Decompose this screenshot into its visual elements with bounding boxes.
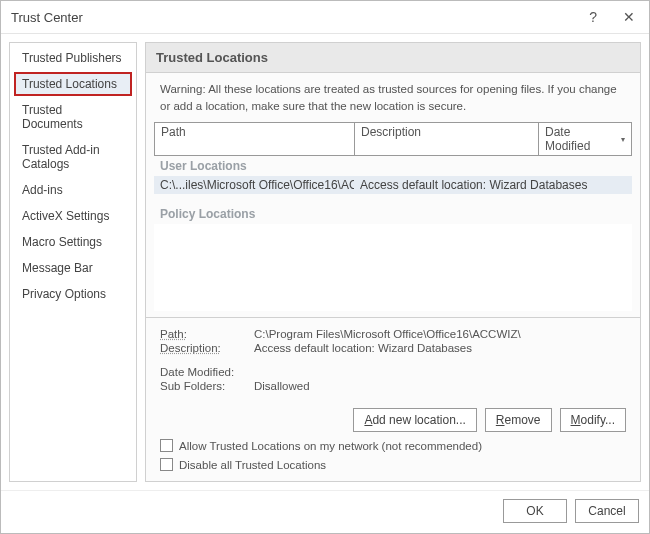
cancel-button[interactable]: Cancel: [575, 499, 639, 523]
detail-label-sub-folders: Sub Folders:: [160, 380, 238, 392]
sidebar: Trusted Publishers Trusted Locations Tru…: [9, 42, 137, 482]
sidebar-item-privacy-options[interactable]: Privacy Options: [14, 282, 132, 306]
sidebar-item-trusted-publishers[interactable]: Trusted Publishers: [14, 46, 132, 70]
main-panel: Trusted Locations Warning: All these loc…: [145, 42, 641, 482]
sidebar-item-label: Message Bar: [22, 261, 93, 275]
detail-value-path: C:\Program Files\Microsoft Office\Office…: [254, 328, 626, 340]
allow-network-checkbox-row[interactable]: Allow Trusted Locations on my network (n…: [146, 436, 640, 455]
disable-all-checkbox[interactable]: [160, 458, 173, 471]
sidebar-item-label: Privacy Options: [22, 287, 106, 301]
sidebar-item-label: Macro Settings: [22, 235, 102, 249]
titlebar: Trust Center ? ✕: [1, 1, 649, 34]
column-headers: Path Description Date Modified ▾: [154, 122, 632, 156]
window-controls: ? ✕: [585, 7, 639, 27]
sidebar-item-message-bar[interactable]: Message Bar: [14, 256, 132, 280]
disable-all-checkbox-row[interactable]: Disable all Trusted Locations: [146, 455, 640, 481]
allow-network-checkbox[interactable]: [160, 439, 173, 452]
window-title: Trust Center: [11, 10, 83, 25]
disable-all-label: Disable all Trusted Locations: [179, 459, 326, 471]
sidebar-item-label: Trusted Locations: [22, 77, 117, 91]
add-new-location-button[interactable]: Add new location...: [353, 408, 476, 432]
modify-button[interactable]: Modify...: [560, 408, 626, 432]
row-description: Access default location: Wizard Database…: [354, 176, 632, 194]
sidebar-item-label: ActiveX Settings: [22, 209, 109, 223]
chevron-down-icon: ▾: [621, 135, 625, 144]
dialog-body: Trusted Publishers Trusted Locations Tru…: [1, 34, 649, 490]
detail-value-sub-folders: Disallowed: [254, 380, 626, 392]
row-path: C:\...iles\Microsoft Office\Office16\ACC…: [154, 176, 354, 194]
sidebar-item-label: Add-ins: [22, 183, 63, 197]
sidebar-item-label: Trusted Publishers: [22, 51, 122, 65]
sidebar-item-label: Trusted Add-in Catalogs: [22, 143, 100, 171]
column-header-date-label: Date Modified: [545, 125, 617, 153]
sidebar-item-activex-settings[interactable]: ActiveX Settings: [14, 204, 132, 228]
help-icon[interactable]: ?: [585, 7, 601, 27]
panel-heading: Trusted Locations: [146, 43, 640, 73]
sidebar-item-trusted-documents[interactable]: Trusted Documents: [14, 98, 132, 136]
detail-label-path: Path:: [160, 328, 238, 340]
column-header-description[interactable]: Description: [355, 123, 539, 155]
column-header-path[interactable]: Path: [155, 123, 355, 155]
locations-list-area: [154, 224, 632, 311]
sidebar-item-addins[interactable]: Add-ins: [14, 178, 132, 202]
remove-button[interactable]: Remove: [485, 408, 552, 432]
action-buttons: Add new location... Remove Modify...: [146, 402, 640, 436]
detail-value-date-modified: [254, 366, 626, 378]
sidebar-item-trusted-locations[interactable]: Trusted Locations: [14, 72, 132, 96]
column-header-date-modified[interactable]: Date Modified ▾: [539, 123, 631, 155]
locations-table: Path Description Date Modified ▾: [154, 122, 632, 156]
sidebar-item-trusted-addin-catalogs[interactable]: Trusted Add-in Catalogs: [14, 138, 132, 176]
warning-text: Warning: All these locations are treated…: [146, 73, 640, 122]
detail-label-description: Description:: [160, 342, 238, 354]
close-icon[interactable]: ✕: [619, 7, 639, 27]
table-row[interactable]: C:\...iles\Microsoft Office\Office16\ACC…: [154, 176, 632, 194]
ok-button[interactable]: OK: [503, 499, 567, 523]
allow-network-label: Allow Trusted Locations on my network (n…: [179, 440, 482, 452]
section-policy-locations: Policy Locations: [154, 204, 632, 224]
detail-label-date-modified: Date Modified:: [160, 366, 238, 378]
detail-value-description: Access default location: Wizard Database…: [254, 342, 626, 354]
location-details: Path: C:\Program Files\Microsoft Office\…: [146, 317, 640, 402]
sidebar-item-macro-settings[interactable]: Macro Settings: [14, 230, 132, 254]
section-user-locations: User Locations: [154, 156, 632, 176]
sidebar-item-label: Trusted Documents: [22, 103, 83, 131]
dialog-footer: OK Cancel: [1, 490, 649, 533]
